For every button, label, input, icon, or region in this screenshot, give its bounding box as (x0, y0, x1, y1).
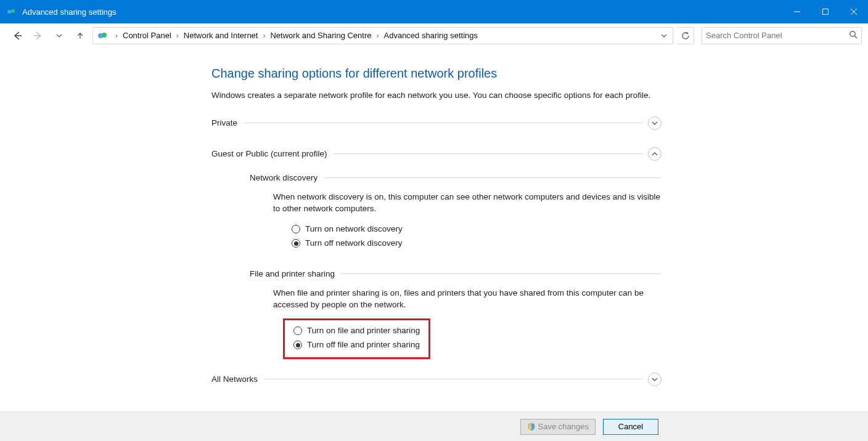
breadcrumb-sep-icon: › (173, 31, 182, 40)
network-discovery-radios: Turn on network discovery Turn off netwo… (292, 222, 661, 251)
chevron-up-icon[interactable] (648, 147, 661, 161)
nav-row: › Control Panel › Network and Internet ›… (0, 23, 868, 44)
file-printer-description: When file and printer sharing is on, fil… (273, 287, 661, 311)
network-discovery-title: Network discovery (250, 173, 324, 182)
profile-public-label: Guest or Public (current profile) (211, 149, 334, 158)
address-bar[interactable]: › Control Panel › Network and Internet ›… (92, 27, 673, 44)
svg-point-1 (11, 9, 15, 13)
chevron-down-icon[interactable] (648, 373, 661, 386)
radio-nd-on-label: Turn on network discovery (305, 222, 403, 237)
svg-rect-3 (823, 9, 829, 15)
breadcrumb-item[interactable]: Network and Sharing Centre (269, 31, 372, 40)
page-heading: Change sharing options for different net… (211, 67, 661, 81)
maximize-button[interactable] (811, 0, 840, 23)
profile-public[interactable]: Guest or Public (current profile) (211, 147, 661, 161)
up-button[interactable] (72, 27, 89, 44)
search-input[interactable] (706, 31, 849, 40)
radio-fp-off-label: Turn off file and printer sharing (307, 338, 420, 352)
titlebar: Advanced sharing settings (0, 0, 868, 23)
file-printer-radios: Turn on file and printer sharing Turn of… (293, 324, 420, 352)
divider (341, 273, 661, 274)
address-history-dropdown[interactable] (658, 28, 670, 44)
divider (264, 379, 643, 379)
breadcrumb-item[interactable]: Control Panel (121, 31, 173, 40)
svg-point-10 (850, 31, 855, 36)
back-button[interactable] (9, 27, 26, 44)
search-icon[interactable] (849, 30, 858, 41)
radio-nd-on[interactable]: Turn on network discovery (292, 222, 661, 237)
radio-fp-off[interactable]: Turn off file and printer sharing (293, 338, 420, 352)
app-icon (6, 7, 16, 17)
window-title: Advanced sharing settings (22, 7, 116, 17)
shield-icon (527, 423, 536, 431)
divider (324, 177, 661, 178)
profile-private[interactable]: Private (211, 116, 661, 130)
history-dropdown[interactable] (51, 27, 68, 44)
section-network-discovery: Network discovery When network discovery… (250, 173, 661, 251)
breadcrumb-sep-icon: › (373, 31, 383, 40)
radio-fp-on-label: Turn on file and printer sharing (307, 324, 420, 338)
refresh-button[interactable] (677, 27, 694, 44)
network-discovery-description: When network discovery is on, this compu… (273, 191, 661, 215)
forward-button[interactable] (30, 27, 47, 44)
radio-icon (292, 239, 300, 248)
radio-fp-on[interactable]: Turn on file and printer sharing (293, 324, 420, 338)
breadcrumb-sep-icon: › (112, 31, 121, 40)
annotation-highlight: Turn on file and printer sharing Turn of… (283, 318, 430, 359)
svg-point-0 (7, 10, 11, 14)
chevron-down-icon[interactable] (648, 116, 661, 130)
radio-nd-off-label: Turn off network discovery (305, 237, 403, 251)
profile-all-networks[interactable]: All Networks (211, 373, 661, 386)
divider (334, 153, 643, 154)
breadcrumb-item[interactable]: Advanced sharing settings (383, 31, 479, 40)
divider (244, 123, 643, 123)
minimize-button[interactable] (783, 0, 811, 23)
profile-all-label: All Networks (211, 374, 264, 384)
svg-line-11 (854, 36, 857, 38)
save-changes-label: Save changes (538, 422, 589, 431)
section-file-printer: File and printer sharing When file and p… (250, 269, 661, 359)
radio-icon (293, 341, 302, 349)
control-panel-icon (97, 30, 108, 41)
page-intro: Windows creates a separate network profi… (211, 89, 661, 102)
radio-icon (292, 225, 300, 233)
save-changes-button[interactable]: Save changes (520, 419, 596, 435)
close-button[interactable] (840, 0, 868, 23)
profile-private-label: Private (211, 118, 244, 127)
footer: Save changes Cancel (0, 411, 868, 441)
radio-icon (293, 326, 302, 335)
breadcrumb-item[interactable]: Network and Internet (182, 31, 260, 40)
search-box[interactable] (702, 27, 862, 44)
breadcrumb-sep-icon: › (259, 31, 269, 40)
radio-nd-off[interactable]: Turn off network discovery (292, 237, 661, 251)
cancel-button[interactable]: Cancel (603, 419, 658, 435)
content-area: Change sharing options for different net… (0, 44, 868, 411)
svg-point-9 (102, 33, 107, 38)
cancel-label: Cancel (618, 422, 643, 431)
file-printer-title: File and printer sharing (250, 269, 341, 278)
